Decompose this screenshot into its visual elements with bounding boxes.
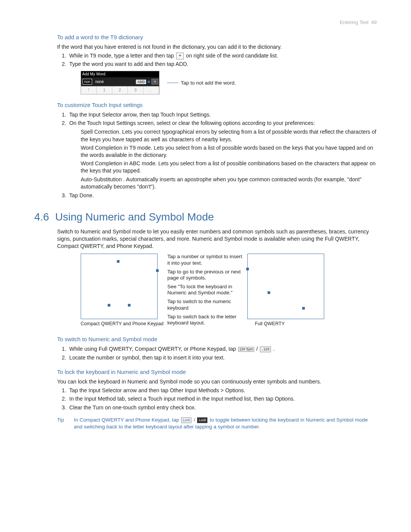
tip-label: Tip — [57, 417, 68, 430]
steps-switch: While using Full QWERTY, Compact QWERTY,… — [57, 345, 377, 361]
title-bar: Add My Word: — [81, 71, 159, 77]
lock-key-dark-icon: Lock — [197, 417, 207, 423]
tip-body: In Compact QWERTY and Phone Keypad, tap … — [74, 417, 377, 430]
callout-column: Tap a number or symbol to insert it into… — [167, 254, 244, 329]
marker — [302, 307, 305, 310]
box-label-right: Full QWERTY — [255, 321, 324, 327]
list-item: Tap the Input Selector arrow and then ta… — [68, 387, 377, 394]
list-item: While using Full QWERTY, Compact QWERTY,… — [68, 345, 377, 353]
candidate-row: non none ADD × — [81, 77, 159, 86]
tip: Tip In Compact QWERTY and Phone Keypad, … — [57, 417, 377, 430]
steps-customize: Tap the Input Selector arrow, then tap T… — [57, 111, 377, 127]
option: Word Completion in T9 mode. Lets you sel… — [81, 144, 377, 159]
list-item: Locate the number or symbol, then tap it… — [68, 354, 377, 361]
chapter-name: Entering Text — [340, 19, 369, 25]
left-panel: Compact QWERTY and Phone Keypad — [81, 254, 164, 329]
marker — [246, 268, 249, 270]
list-item: While in T9 mode, type a letter and then… — [68, 52, 377, 59]
screenshot-add-word: Add My Word: non none ADD × ! 1 2 3 . — [81, 71, 159, 94]
callout: See "To lock the keyboard in Numeric and… — [167, 284, 244, 296]
sym-key-icon: 12# Sym — [238, 347, 254, 352]
key: . — [143, 86, 159, 94]
candidate-non: non — [83, 79, 92, 85]
leader-line — [167, 83, 178, 83]
full-qwerty-box — [247, 254, 324, 319]
callout: Tap a number or symbol to insert it into… — [167, 254, 244, 266]
list-item: Type the word you want to add and then t… — [68, 61, 377, 68]
option: Auto-Substitution . Automatically insert… — [81, 176, 377, 190]
marker — [117, 260, 119, 263]
key: 3 — [128, 86, 143, 94]
option: Spell Correction. Lets you correct typog… — [81, 128, 377, 143]
lock-key-icon: Lock — [181, 417, 191, 423]
figure-add-word: Add My Word: non none ADD × ! 1 2 3 . Ta… — [81, 71, 377, 94]
candidate-none: none — [94, 79, 105, 85]
heading-lock: To lock the keyboard in Numeric and Symb… — [57, 368, 377, 376]
heading-add-word: To add a word to the T9 dictionary — [57, 34, 377, 41]
list-item: In the Input Method tab, select a Touch … — [68, 395, 377, 403]
plus-icon: + — [176, 53, 184, 59]
steps-lock: Tap the Input Selector arrow and then ta… — [57, 387, 377, 411]
key: 2 — [112, 86, 128, 94]
figure-modes: Compact QWERTY and Phone Keypad Tap a nu… — [81, 254, 377, 329]
callout: Tap to not add the word. — [167, 79, 236, 86]
list-item: On the Touch Input Settings screen, sele… — [68, 120, 377, 127]
paragraph: Switch to Numeric and Symbol mode to let… — [57, 228, 377, 250]
list-item: Clear the Turn on one-touch symbol entry… — [68, 404, 377, 411]
paragraph: You can lock the keyboard in Numeric and… — [57, 378, 377, 385]
section-heading: 4.6Using Numeric and Symbol Mode — [34, 210, 377, 224]
callout: Tap to switch back to the letter keyboar… — [167, 314, 244, 326]
callout: Tap to switch to the numeric keyboard — [167, 299, 244, 311]
page-header: Entering Text 49 — [34, 19, 377, 26]
compact-qwerty-box — [81, 254, 158, 319]
key-row: ! 1 2 3 . — [81, 86, 159, 94]
marker — [148, 81, 150, 83]
list-item: Tap Done. — [68, 192, 377, 199]
section-number: 4.6 — [34, 210, 55, 224]
steps-customize-cont: Tap Done. — [57, 192, 377, 199]
heading-switch: To switch to Numeric and Symbol mode — [57, 335, 377, 343]
list-item: Tap the Input Selector arrow, then tap T… — [68, 111, 377, 118]
right-panel: Full QWERTY — [247, 254, 324, 329]
marker — [268, 291, 270, 294]
callout: Tap to go to the previous or next page o… — [167, 269, 244, 281]
num-key-icon: ..123 — [260, 347, 271, 352]
close-icon: × — [151, 79, 158, 85]
steps-add-word: While in T9 mode, type a letter and then… — [57, 52, 377, 68]
section-title: Using Numeric and Symbol Mode — [55, 211, 214, 223]
marker — [128, 304, 131, 307]
paragraph: If the word that you have entered is not… — [57, 43, 377, 51]
marker — [156, 269, 159, 272]
add-button: ADD — [136, 80, 146, 84]
box-label-left: Compact QWERTY and Phone Keypad — [81, 321, 164, 327]
page-number: 49 — [371, 19, 377, 25]
key: 1 — [97, 86, 112, 94]
option: Word Completion in ABC mode. Lets you se… — [81, 160, 377, 174]
key: ! — [81, 86, 97, 94]
heading-customize: To customize Touch Input settings — [57, 101, 377, 109]
marker — [108, 304, 110, 307]
